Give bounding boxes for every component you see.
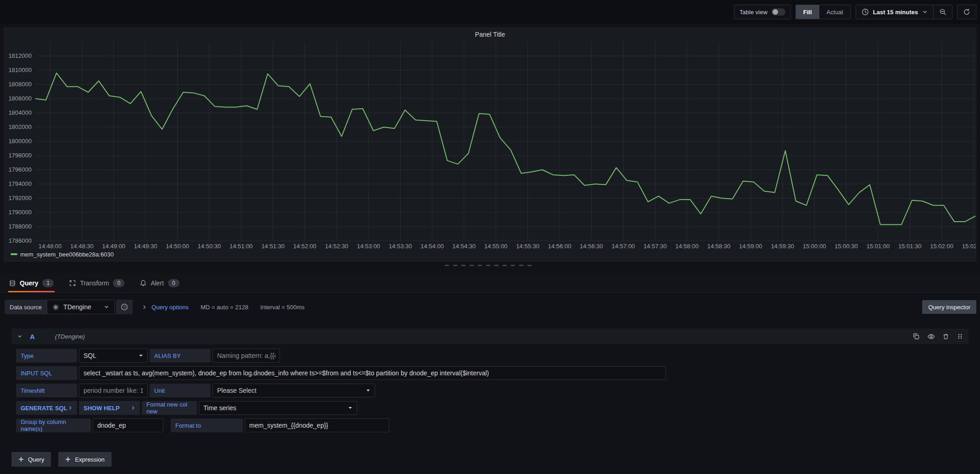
svg-text:15:02:00: 15:02:00: [930, 243, 953, 250]
svg-text:1786000: 1786000: [8, 237, 32, 244]
query-options-link: Query options: [151, 304, 189, 311]
actual-option[interactable]: Actual: [819, 5, 851, 19]
refresh-button[interactable]: [958, 5, 976, 19]
drag-handle-icon[interactable]: [957, 333, 963, 340]
svg-text:1800000: 1800000: [8, 138, 32, 145]
input-sql-input[interactable]: [79, 366, 666, 380]
fill-option[interactable]: Fill: [796, 5, 819, 19]
svg-text:14:56:30: 14:56:30: [580, 243, 603, 250]
refresh-group: [957, 5, 976, 19]
query-datasource-hint: (TDengine): [55, 333, 85, 340]
svg-text:14:55:00: 14:55:00: [484, 243, 508, 250]
panel-title[interactable]: Panel Title: [4, 28, 976, 41]
svg-text:14:58:00: 14:58:00: [675, 243, 699, 250]
svg-text:14:50:30: 14:50:30: [198, 243, 221, 250]
svg-text:14:49:00: 14:49:00: [102, 243, 125, 250]
datasource-picker[interactable]: TDengine: [47, 300, 115, 314]
svg-text:14:48:00: 14:48:00: [39, 243, 62, 250]
delete-query-trash-icon[interactable]: [942, 333, 949, 340]
svg-text:15:00:00: 15:00:00: [803, 243, 826, 250]
add-query-button[interactable]: Query: [11, 452, 51, 467]
table-view-toggle[interactable]: [772, 8, 785, 16]
datasource-help-button[interactable]: ?: [116, 300, 133, 314]
datasource-name: TDengine: [63, 303, 91, 311]
tab-query-label: Query: [20, 279, 38, 287]
unit-select[interactable]: Please Select: [213, 384, 375, 397]
svg-text:1810000: 1810000: [8, 67, 32, 73]
svg-text:14:52:00: 14:52:00: [293, 243, 317, 250]
interval-info: Interval = 500ms: [260, 304, 304, 311]
hide-query-eye-icon[interactable]: [927, 333, 935, 340]
caret-down-icon: [139, 353, 143, 358]
svg-text:14:52:30: 14:52:30: [325, 243, 348, 250]
time-series-chart: 1812000181000018080001806000180400018020…: [4, 41, 976, 260]
svg-text:1804000: 1804000: [8, 109, 32, 116]
chevron-down-icon: [104, 304, 109, 310]
query-row-actions: [913, 333, 963, 340]
svg-text:1798000: 1798000: [8, 152, 32, 159]
tab-query[interactable]: Query 1: [8, 273, 55, 292]
alias-by-input[interactable]: [213, 349, 280, 362]
svg-text:14:53:00: 14:53:00: [357, 243, 380, 250]
transform-count-badge: 0: [113, 279, 124, 287]
format-to-input[interactable]: [245, 418, 389, 432]
svg-text:?: ?: [123, 305, 126, 309]
generate-sql-button[interactable]: GENERATE SQL: [16, 401, 77, 415]
time-range-group: Last 15 minutes: [856, 5, 952, 19]
svg-text:1796000: 1796000: [8, 166, 32, 173]
table-view-group: Table view: [734, 5, 791, 19]
type-select-value: SQL: [84, 352, 96, 359]
svg-text:14:58:30: 14:58:30: [707, 243, 731, 250]
type-label: Type: [16, 349, 77, 362]
editor-top-bar: Table view Fill Actual Last 15 minutes: [0, 0, 980, 24]
svg-text:15:00:30: 15:00:30: [834, 243, 858, 250]
chevron-right-icon: [142, 305, 147, 310]
bell-icon: [140, 280, 146, 286]
group-by-input[interactable]: [93, 418, 163, 432]
clock-icon: [862, 8, 869, 16]
query-form: Type SQL ALIAS BY INPUT SQL Timeshift Un…: [11, 349, 969, 432]
toggle-knob: [773, 9, 778, 15]
form-row-format: GENERATE SQL SHOW HELP Format new col ne…: [16, 401, 969, 415]
add-expression-label: Expression: [75, 456, 104, 463]
fill-actual-switch: Fill Actual: [795, 5, 851, 19]
help-circle-icon: ?: [121, 303, 128, 311]
show-help-button[interactable]: SHOW HELP: [79, 401, 140, 415]
table-view-label: Table view: [739, 9, 767, 16]
tab-transform[interactable]: Transform 0: [68, 273, 125, 292]
svg-text:1806000: 1806000: [8, 95, 32, 102]
generate-sql-label: GENERATE SQL: [21, 405, 67, 412]
query-count-badge: 1: [42, 279, 54, 287]
query-options-meta: Query options MD = auto = 2128 Interval …: [142, 304, 304, 311]
tab-alert[interactable]: Alert 0: [139, 273, 180, 292]
svg-text:14:54:00: 14:54:00: [420, 243, 444, 250]
svg-text:14:57:00: 14:57:00: [611, 243, 635, 250]
svg-text:14:54:30: 14:54:30: [453, 243, 476, 250]
form-row-group-by: Group by column name(s) Format to: [16, 418, 969, 432]
svg-text:1812000: 1812000: [8, 52, 32, 59]
zoom-out-button[interactable]: [933, 5, 952, 19]
svg-text:1794000: 1794000: [8, 180, 32, 187]
format-select-value: Time series: [203, 404, 236, 412]
duplicate-query-icon[interactable]: [913, 333, 920, 340]
format-to-label: Format to: [171, 418, 243, 432]
query-inspector-button[interactable]: Query inspector: [922, 300, 976, 314]
time-range-picker[interactable]: Last 15 minutes: [856, 5, 933, 19]
query-row-header[interactable]: A (TDengine): [11, 329, 969, 344]
unit-label: Unit: [150, 384, 211, 397]
plus-icon: [65, 457, 71, 462]
type-select[interactable]: SQL: [79, 349, 148, 362]
format-select[interactable]: Time series: [199, 401, 357, 415]
add-expression-button[interactable]: Expression: [58, 452, 111, 467]
panel-resize-handle[interactable]: [445, 265, 536, 266]
svg-text:14:53:30: 14:53:30: [389, 243, 412, 250]
svg-text:15:01:00: 15:01:00: [867, 243, 890, 250]
timeshift-input[interactable]: [79, 384, 148, 397]
database-icon: [9, 280, 16, 286]
svg-text:14:59:30: 14:59:30: [771, 243, 794, 250]
collapse-chevron-icon[interactable]: [17, 334, 22, 339]
editor-footer: Query Expression: [11, 452, 112, 467]
svg-text:1802000: 1802000: [8, 123, 32, 130]
svg-text:14:48:30: 14:48:30: [70, 243, 94, 250]
query-options-toggle[interactable]: Query options: [142, 304, 189, 311]
